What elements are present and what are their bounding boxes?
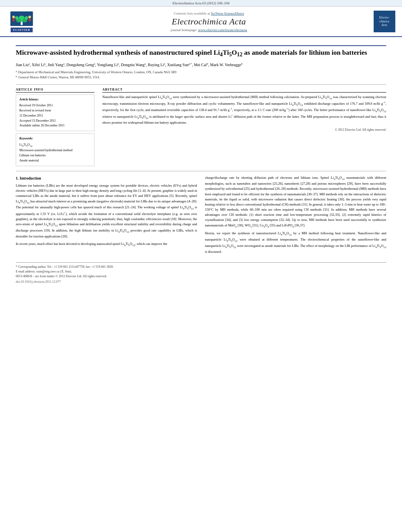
abstract-heading: ABSTRACT [102,88,386,93]
doi-note: doi:10.1016/j.electacta.2011.12.077 [16,280,386,284]
svg-rect-8 [13,18,15,21]
journal-citation: Electrochimica Acta 63 (2012) 100–104 [172,1,229,5]
svg-point-9 [28,16,31,19]
article-title: Microwave-assisted hydrothermal synthesi… [16,48,386,59]
article-history-box: Article history: Received 19 October 201… [16,95,94,131]
copyright-note: 0013-4686/$ – see front matter © 2012 El… [16,274,386,279]
abstract-col: ABSTRACT Nanoflower-like and nanoparticl… [102,88,386,166]
received-date: Received 19 October 2011 [19,104,53,107]
authors: Jian Liua, Xifei Lia, Jinli Yanga, Dongs… [16,62,386,68]
body-col-right: charge/discharge rate by shorting diffus… [205,175,387,257]
divider-1 [16,84,386,85]
elsevier-label: ELSEVIER [11,28,32,32]
divider-2 [16,171,386,171]
affiliations: ᵃ Department of Mechanical and Materials… [16,70,386,80]
history-label: Article history: [19,97,91,102]
main-content: Microwave-assisted hydrothermal synthesi… [0,37,402,292]
body-section: 1. Introduction Lithium ion batteries (L… [16,175,386,257]
article-info-heading: ARTICLE INFO [16,88,94,93]
accepted-date: Accepted 13 December 2011 [19,119,56,122]
keyword-3: Lithium ion batteries [19,153,91,158]
footnote-area: * Corresponding author. Tel.: +1 519 661… [16,262,386,284]
homepage-link[interactable]: www.elsevier.com/locate/electacta [198,28,247,32]
intro-heading: 1. Introduction [16,175,197,182]
elsevier-tree-icon [8,10,35,28]
contents-available: Contents lists available at SciVerse Sci… [47,11,371,15]
intro-para-1: Lithium ion batteries (LIBs) are the mos… [16,183,197,239]
article-info-abstract-section: ARTICLE INFO Article history: Received 1… [16,88,386,166]
journal-homepage: journal homepage: www.elsevier.com/locat… [47,28,371,32]
keyword-1: Li4Ti5O12 [19,143,91,148]
svg-point-5 [15,16,19,19]
journal-logo-right: Electro-chimicaActa [371,11,398,32]
keyword-2: Microwave-assisted hydrothermal method [19,148,91,153]
body-col-left: 1. Introduction Lithium ion batteries (L… [16,175,197,257]
affiliation-b: ᵇ General Motors R&D Center, Warren, MI … [16,75,386,80]
elsevier-logo: ELSEVIER [4,10,39,33]
journal-center: Contents lists available at SciVerse Sci… [47,11,371,32]
intro-para-3: charge/discharge rate by shorting diffus… [205,175,387,229]
sciverse-link[interactable]: SciVerse ScienceDirect [211,11,244,15]
journal-header: ELSEVIER Contents lists available at Sci… [0,7,402,37]
keyword-4: Anode material [19,158,91,163]
intro-para-4: Herein, we report the synthesis of nanos… [205,231,387,254]
svg-rect-10 [29,18,31,21]
svg-point-7 [12,16,15,19]
received-revised-label: Received in revised form [19,109,51,112]
affiliation-a: ᵃ Department of Mechanical and Materials… [16,70,386,75]
top-bar: Electrochimica Acta 63 (2012) 100–104 [0,0,402,7]
available-date: Available online 26 December 2011 [19,124,65,127]
journal-title: Electrochimica Acta [47,17,371,27]
corresponding-author-note: * Corresponding author. Tel.: +1 519 661… [16,265,386,269]
revised-date: 12 December 2011 [19,114,43,117]
ise-logo: Electro-chimicaActa [374,11,395,32]
copyright: © 2012 Elsevier Ltd. All rights reserved… [102,128,386,132]
abstract-text: Nanoflower-like and nanoparticle spinel … [102,95,386,125]
article-info-col: ARTICLE INFO Article history: Received 1… [16,88,94,166]
keywords-label: Keywords: [19,136,91,141]
top-divider [16,45,386,46]
email-note: E-mail address: xsun@eng.uwo.ca (X. Sun)… [16,269,386,274]
intro-para-2: In recent years, much effort has been de… [16,241,197,248]
keywords-box: Keywords: Li4Ti5O12 Microwave-assisted h… [16,133,94,166]
svg-point-6 [25,16,28,19]
